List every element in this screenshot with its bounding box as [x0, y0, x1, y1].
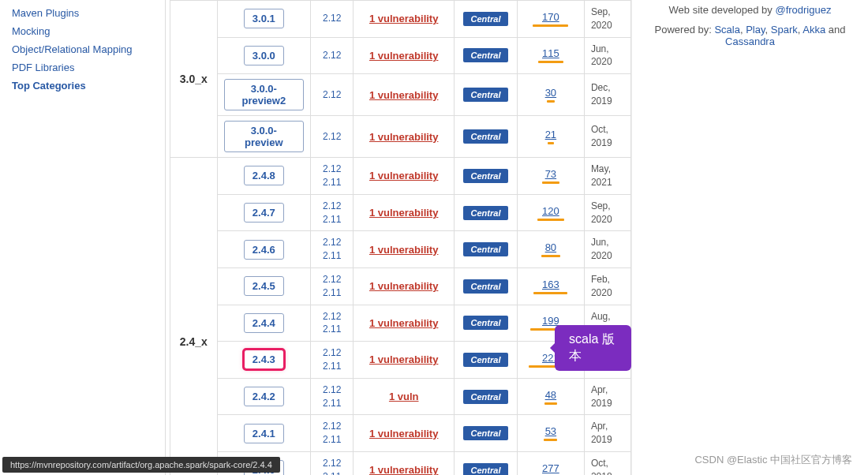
date-cell: Oct,2018	[584, 451, 630, 475]
group-cell: 2.4_x	[170, 158, 218, 475]
vulnerability-link[interactable]: 1 vulnerability	[369, 13, 438, 24]
sidebar-item-4[interactable]: Top Categories	[12, 77, 153, 95]
scala-cell: 2.12	[311, 116, 354, 158]
usages-link[interactable]: 115	[542, 47, 559, 59]
scala-link[interactable]: 2.11	[317, 470, 346, 475]
tech-link[interactable]: Cassandra	[725, 36, 775, 47]
tech-link[interactable]: Spark	[771, 24, 798, 36]
vulnerability-link[interactable]: 1 vulnerability	[369, 50, 438, 62]
tech-link[interactable]: Play	[746, 24, 765, 36]
repo-badge[interactable]: Central	[463, 353, 509, 367]
version-button[interactable]: 2.4.8	[244, 166, 284, 185]
versions-table-wrap: 3.0_x3.0.12.121 vulnerabilityCentral170S…	[166, 0, 631, 475]
scala-link[interactable]: 2.11	[317, 360, 346, 373]
repo-badge[interactable]: Central	[463, 463, 509, 475]
scala-link[interactable]: 2.12	[317, 12, 346, 25]
usages-link[interactable]: 53	[545, 425, 556, 437]
scala-link[interactable]: 2.12	[317, 163, 346, 176]
tech-link[interactable]: Scala	[714, 24, 740, 36]
scala-link[interactable]: 2.12	[317, 457, 346, 470]
repo-badge[interactable]: Central	[463, 169, 509, 183]
scala-link[interactable]: 2.11	[317, 249, 346, 263]
scala-link[interactable]: 2.12	[317, 420, 346, 433]
usages-bar	[533, 24, 568, 27]
version-button[interactable]: 3.0.0	[244, 46, 284, 65]
usages-link[interactable]: 73	[545, 168, 556, 180]
table-row: 2.4_x2.4.82.122.111 vulnerabilityCentral…	[170, 158, 631, 195]
usages-link[interactable]: 30	[545, 87, 556, 99]
date-cell: Feb,2020	[584, 267, 630, 305]
version-button[interactable]: 2.4.6	[244, 240, 284, 260]
vulnerability-link[interactable]: 1 vulnerability	[369, 131, 438, 143]
vulnerability-link[interactable]: 1 vulnerability	[369, 244, 438, 256]
vulnerability-link[interactable]: 1 vulnerability	[369, 280, 438, 292]
group-cell: 3.0_x	[170, 1, 218, 158]
scala-link[interactable]: 2.12	[317, 346, 346, 360]
sidebar-item-0[interactable]: Maven Plugins	[12, 4, 153, 22]
version-button[interactable]: 2.4.1	[244, 424, 284, 443]
usages-bar	[547, 100, 555, 103]
scala-link[interactable]: 2.11	[317, 323, 346, 336]
usages-bar	[544, 402, 557, 405]
usages-link[interactable]: 120	[542, 205, 559, 217]
credit-prefix: Web site developed by	[669, 4, 776, 16]
repo-badge[interactable]: Central	[463, 129, 509, 144]
vulnerability-link[interactable]: 1 vulnerability	[369, 428, 438, 439]
version-button[interactable]: 3.0.0-preview2	[224, 79, 305, 110]
vulnerability-link[interactable]: 1 vulnerability	[369, 464, 438, 475]
scala-link[interactable]: 2.11	[317, 286, 346, 300]
repo-badge[interactable]: Central	[463, 206, 509, 220]
scala-cell: 2.122.11	[311, 194, 354, 231]
usages-link[interactable]: 163	[542, 279, 559, 290]
scala-link[interactable]: 2.12	[317, 236, 346, 249]
usages-link[interactable]: 48	[545, 389, 556, 401]
right-column: Web site developed by @frodriguez Powere…	[631, 0, 868, 475]
scala-link[interactable]: 2.11	[317, 433, 346, 447]
usages-link[interactable]: 21	[545, 129, 556, 140]
version-button[interactable]: 2.4.5	[244, 276, 284, 296]
usages-link[interactable]: 80	[545, 241, 556, 253]
date-cell: Sep,2020	[584, 1, 630, 38]
repo-badge[interactable]: Central	[463, 48, 509, 62]
developer-link[interactable]: @frodriguez	[775, 4, 831, 16]
scala-link[interactable]: 2.11	[317, 213, 346, 226]
version-button[interactable]: 3.0.1	[244, 9, 284, 28]
version-button[interactable]: 3.0.0-preview	[224, 121, 305, 152]
scala-link[interactable]: 2.11	[317, 176, 346, 189]
table-row: 2.4.62.122.111 vulnerabilityCentral80Jun…	[170, 231, 631, 268]
repo-badge[interactable]: Central	[463, 242, 509, 256]
scala-link[interactable]: 2.12	[317, 383, 346, 397]
scala-link[interactable]: 2.12	[317, 273, 346, 286]
scala-link[interactable]: 2.12	[317, 310, 346, 324]
scala-link[interactable]: 2.12	[317, 200, 346, 213]
version-button[interactable]: 2.4.2	[244, 387, 284, 406]
scala-link[interactable]: 2.12	[317, 49, 346, 62]
repo-badge[interactable]: Central	[463, 390, 509, 404]
scala-cell: 2.122.11	[311, 267, 354, 305]
vulnerability-link[interactable]: 1 vulnerability	[369, 89, 438, 101]
tech-link[interactable]: Akka	[803, 24, 825, 36]
scala-link[interactable]: 2.11	[317, 397, 346, 410]
scala-link[interactable]: 2.12	[317, 88, 346, 102]
version-button[interactable]: 2.4.7	[244, 203, 284, 223]
usages-link[interactable]: 277	[542, 462, 559, 474]
vulnerability-link[interactable]: 1 vulnerability	[369, 353, 438, 365]
usages-link[interactable]: 170	[542, 11, 559, 23]
vulnerability-link[interactable]: 1 vulnerability	[369, 317, 438, 329]
repo-badge[interactable]: Central	[463, 12, 509, 26]
vulnerability-link[interactable]: 1 vulnerability	[369, 207, 438, 219]
version-button[interactable]: 2.4.4	[244, 313, 284, 333]
vulnerability-link[interactable]: 1 vulnerability	[369, 170, 438, 181]
sidebar-item-1[interactable]: Mocking	[12, 22, 153, 40]
repo-badge[interactable]: Central	[463, 88, 509, 102]
sidebar-item-3[interactable]: PDF Libraries	[12, 58, 153, 77]
version-button[interactable]: 2.4.3	[244, 350, 284, 369]
scala-link[interactable]: 2.12	[317, 130, 346, 144]
repo-badge[interactable]: Central	[463, 316, 509, 330]
repo-badge[interactable]: Central	[463, 279, 509, 294]
sidebar-item-2[interactable]: Object/Relational Mapping	[12, 40, 153, 58]
repo-badge[interactable]: Central	[463, 426, 509, 440]
vulnerability-link[interactable]: 1 vuln	[389, 391, 419, 402]
usages-bar	[538, 61, 563, 63]
table-row: 3.0.0-preview2.121 vulnerabilityCentral2…	[170, 116, 631, 158]
